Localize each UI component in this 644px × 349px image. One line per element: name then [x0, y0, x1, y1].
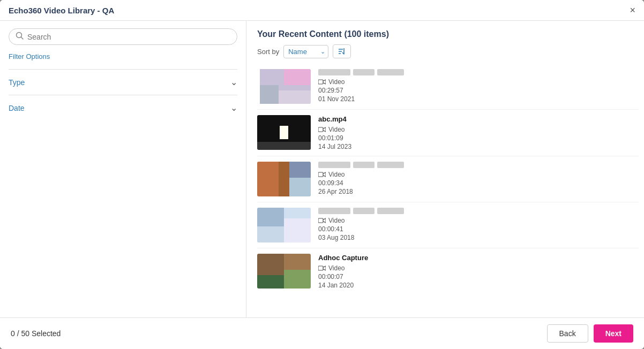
item-info: abc.mp4 Video 00:01:0914 Jul 2023: [318, 115, 639, 150]
thumbnail: [257, 208, 311, 242]
list-item[interactable]: Video 00:29:5701 Nov 2021: [257, 64, 639, 110]
filter-options-label[interactable]: Filter Options: [9, 52, 237, 60]
item-date: 14 Jul 2023: [318, 143, 639, 150]
item-title-redacted: [318, 162, 639, 168]
video-camera-icon: [318, 127, 326, 132]
left-panel: Filter Options Type ⌄ Date ⌄: [0, 21, 246, 317]
list-item[interactable]: abc.mp4 Video 00:01:0914 Jul 2023: [257, 110, 639, 156]
footer-buttons: Back Next: [547, 324, 633, 343]
sort-order-button[interactable]: [333, 44, 351, 58]
item-type: Video: [328, 126, 345, 133]
svg-rect-6: [318, 127, 323, 132]
item-duration: 00:29:57: [318, 87, 639, 94]
right-panel: Your Recent Content (100 items) Sort by …: [246, 21, 644, 317]
modal-title: Echo360 Video Library - QA: [9, 6, 114, 15]
item-date: 14 Jan 2020: [318, 282, 639, 289]
item-duration: 00:01:09: [318, 134, 639, 142]
thumbnail: [257, 254, 311, 289]
item-type-row: Video: [318, 171, 639, 178]
item-duration: 00:00:07: [318, 273, 639, 280]
search-input[interactable]: [27, 33, 230, 41]
search-icon: [16, 32, 24, 42]
item-date: 03 Aug 2018: [318, 234, 639, 241]
video-camera-icon: [318, 79, 326, 85]
item-title-redacted: [318, 69, 639, 75]
item-type-row: Video: [318, 217, 639, 224]
svg-rect-5: [318, 80, 323, 84]
close-button[interactable]: ×: [630, 5, 635, 15]
item-type: Video: [328, 217, 345, 224]
selected-count: 0 / 50 Selected: [11, 329, 61, 338]
item-duration: 00:00:41: [318, 225, 639, 233]
item-info: Adhoc Capture Video 00:00:0714 Jan 2020: [318, 254, 639, 289]
search-wrapper[interactable]: [9, 28, 237, 45]
video-camera-icon: [318, 265, 326, 271]
item-type: Video: [328, 78, 345, 86]
item-info: Video 00:00:4103 Aug 2018: [318, 208, 639, 241]
sort-select[interactable]: Name Date Duration: [283, 45, 328, 58]
thumbnail: [257, 69, 311, 104]
sort-label: Sort by: [257, 48, 279, 56]
filter-date-row[interactable]: Date ⌄: [9, 95, 237, 120]
type-chevron-icon: ⌄: [230, 77, 237, 87]
modal-container: Echo360 Video Library - QA × Filter Opti…: [0, 0, 644, 349]
item-title: abc.mp4: [318, 115, 639, 123]
modal-body: Filter Options Type ⌄ Date ⌄ Your Recent…: [0, 21, 644, 317]
svg-rect-9: [318, 266, 323, 270]
filter-type-label: Type: [9, 78, 25, 87]
item-type: Video: [328, 171, 345, 178]
list-item[interactable]: Adhoc Capture Video 00:00:0714 Jan 2020: [257, 248, 639, 294]
video-camera-icon: [318, 172, 326, 177]
back-button[interactable]: Back: [547, 324, 588, 343]
modal-footer: 0 / 50 Selected Back Next: [0, 317, 644, 349]
modal-title-bar: Echo360 Video Library - QA ×: [0, 0, 644, 21]
item-date: 26 Apr 2018: [318, 188, 639, 195]
list-item[interactable]: Video 00:09:3426 Apr 2018: [257, 156, 639, 202]
item-info: Video 00:09:3426 Apr 2018: [318, 162, 639, 195]
list-item[interactable]: Video 00:00:4103 Aug 2018: [257, 202, 639, 248]
item-title: Adhoc Capture: [318, 254, 639, 262]
svg-line-1: [21, 37, 24, 40]
video-camera-icon: [318, 218, 326, 223]
recent-content-title: Your Recent Content (100 items): [257, 29, 633, 39]
next-button[interactable]: Next: [594, 324, 633, 343]
filter-date-label: Date: [9, 104, 25, 112]
sort-select-wrapper[interactable]: Name Date Duration ⌄: [283, 45, 328, 58]
item-date: 01 Nov 2021: [318, 95, 639, 103]
item-info: Video 00:29:5701 Nov 2021: [318, 69, 639, 103]
thumbnail: [257, 162, 311, 196]
content-list: Video 00:29:5701 Nov 2021abc.mp4 Video 0…: [246, 64, 644, 317]
svg-rect-8: [318, 218, 323, 223]
svg-rect-7: [318, 172, 323, 177]
filter-type-row[interactable]: Type ⌄: [9, 69, 237, 95]
item-type-row: Video: [318, 264, 639, 272]
thumbnail: [257, 115, 311, 150]
date-chevron-icon: ⌄: [230, 103, 237, 113]
sort-bar: Sort by Name Date Duration ⌄: [257, 44, 633, 58]
item-type-row: Video: [318, 126, 639, 133]
item-duration: 00:09:34: [318, 179, 639, 187]
item-type: Video: [328, 264, 345, 272]
right-header: Your Recent Content (100 items) Sort by …: [246, 21, 644, 64]
item-type-row: Video: [318, 78, 639, 86]
item-title-redacted: [318, 208, 639, 214]
